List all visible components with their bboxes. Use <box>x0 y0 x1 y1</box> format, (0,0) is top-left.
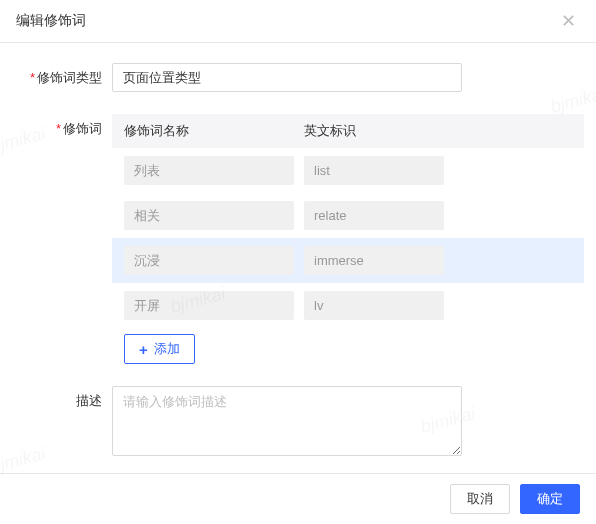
row-type: *修饰词类型 <box>12 63 584 92</box>
modifier-en-input[interactable] <box>304 246 444 275</box>
col-name: 修饰词名称 <box>124 122 304 140</box>
label-type: *修饰词类型 <box>12 63 112 92</box>
modal-title: 编辑修饰词 <box>16 12 86 30</box>
modifier-name-input[interactable] <box>124 201 294 230</box>
confirm-button[interactable]: 确定 <box>520 484 580 514</box>
table-row[interactable] <box>112 193 584 238</box>
add-button[interactable]: +添加 <box>124 334 195 364</box>
table-row[interactable] <box>112 238 584 283</box>
modal-footer: 取消 确定 <box>0 473 596 524</box>
close-icon[interactable]: ✕ <box>561 12 576 30</box>
label-desc: 描述 <box>12 386 112 460</box>
modal-header: 编辑修饰词 ✕ <box>0 0 596 43</box>
table-row[interactable] <box>112 148 584 193</box>
table-rows <box>112 148 584 328</box>
col-en: 英文标识 <box>304 122 572 140</box>
plus-icon: + <box>139 342 148 357</box>
table-row[interactable] <box>112 283 584 328</box>
row-desc: 描述 <box>12 386 584 460</box>
row-modifier: *修饰词 修饰词名称 英文标识 +添加 <box>12 114 584 364</box>
modifier-en-input[interactable] <box>304 201 444 230</box>
modal-body: *修饰词类型 *修饰词 修饰词名称 英文标识 +添加 描述 <box>0 43 596 460</box>
modifier-en-input[interactable] <box>304 156 444 185</box>
type-select[interactable] <box>112 63 462 92</box>
modifier-name-input[interactable] <box>124 291 294 320</box>
modifier-en-input[interactable] <box>304 291 444 320</box>
modifier-name-input[interactable] <box>124 246 294 275</box>
table-header: 修饰词名称 英文标识 <box>112 114 584 148</box>
label-modifier: *修饰词 <box>12 114 112 364</box>
desc-textarea[interactable] <box>112 386 462 456</box>
modifier-name-input[interactable] <box>124 156 294 185</box>
cancel-button[interactable]: 取消 <box>450 484 510 514</box>
